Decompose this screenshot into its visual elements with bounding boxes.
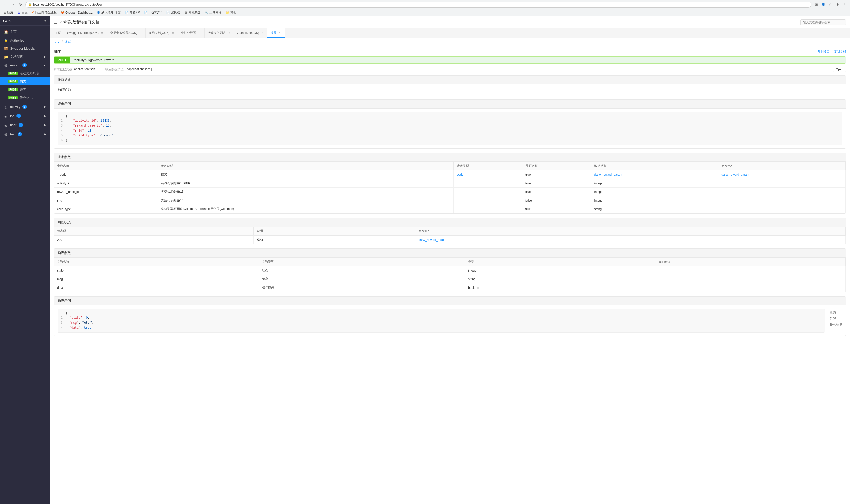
tab-home-label: 主页 bbox=[55, 31, 61, 35]
internal-icon: 🖥 bbox=[184, 11, 187, 15]
menu-button[interactable]: ⋮ bbox=[842, 2, 848, 7]
bookmark-paofloor-label: 炮闯楼 bbox=[171, 11, 180, 15]
bookmark-paofloor[interactable]: 📄 炮闯楼 bbox=[165, 10, 182, 15]
param-reward-base-id-desc: 奖项id,示例值(13) bbox=[158, 187, 453, 196]
extensions-button[interactable]: ⊞ bbox=[813, 2, 819, 7]
bookmark-topic2[interactable]: 📄 专题2.0 bbox=[123, 10, 142, 15]
sidebar-group-user-header[interactable]: ◎ user 7 ▶ bbox=[0, 121, 50, 129]
swagger-models-icon: 📦 bbox=[3, 47, 8, 51]
resp-type-value: [ "application/json" ] bbox=[126, 68, 152, 72]
response-code-block: 1{ 2 "state": 0, 3 "msg": "成功", 4 "data"… bbox=[57, 308, 825, 332]
tab-activity-list[interactable]: 活动实例列表 × bbox=[205, 29, 234, 37]
forward-button[interactable]: → bbox=[10, 2, 16, 7]
reload-button[interactable]: ↻ bbox=[18, 2, 23, 7]
browser-actions: ⊞ 👤 ☆ ⚙ ⋮ bbox=[813, 2, 848, 7]
settings-button[interactable]: ⚙ bbox=[835, 2, 840, 7]
tab-global-params[interactable]: 全局参数设置(GOK) × bbox=[107, 29, 146, 37]
schema-link-1[interactable]: darw_reward_param bbox=[594, 173, 622, 177]
search-input[interactable] bbox=[800, 19, 846, 25]
tab-global-close[interactable]: × bbox=[139, 31, 142, 35]
bookmark-apps[interactable]: ⊞ 应用 bbox=[2, 10, 15, 15]
reward-chevron: ▲ bbox=[44, 64, 46, 67]
meta-row: 请求数据类型 application/json 响应数据类型 [ "applic… bbox=[54, 67, 846, 72]
interface-desc-section: 接口描述 抽取奖励 bbox=[54, 75, 846, 95]
tab-offline-close[interactable]: × bbox=[171, 31, 175, 35]
code-line-6: 6} bbox=[61, 138, 839, 143]
resp-msg-type: string bbox=[465, 275, 656, 284]
bookmark-baidu[interactable]: 百 百度 bbox=[16, 10, 29, 16]
sidebar-sub-lottery[interactable]: POST 抽奖 bbox=[0, 77, 50, 86]
back-button[interactable]: ← bbox=[2, 2, 8, 7]
sub-label-3: 领奖 bbox=[19, 87, 26, 92]
response-params-section: 响应参数 参数名称 参数说明 类型 schema bbox=[54, 249, 846, 292]
user-chevron: ▶ bbox=[44, 124, 46, 127]
copy-interface-btn[interactable]: 复制接口 bbox=[817, 50, 830, 54]
table-row: state 状态 integer bbox=[54, 266, 846, 275]
resp-data-desc: 操作结果 bbox=[259, 284, 465, 292]
col-resp-name: 参数名称 bbox=[54, 257, 259, 266]
tab-authorize-close[interactable]: × bbox=[261, 31, 264, 35]
bookmark-tools[interactable]: 🔧 工具网站 bbox=[203, 10, 223, 15]
bookmark-groups[interactable]: 🦊 Groups · Dashboa... bbox=[59, 11, 94, 15]
sidebar-sub-task-mark[interactable]: POST 任务标记 bbox=[0, 93, 50, 102]
sidebar-sub-claim-reward[interactable]: POST 领奖 bbox=[0, 86, 50, 93]
address-bar[interactable]: 🔒 localhost:18002/doc.html#/GOK/reward/c… bbox=[25, 1, 812, 7]
sidebar-item-doc-management[interactable]: 📁 文档管理 ▼ bbox=[0, 53, 50, 61]
sidebar-item-home[interactable]: 🏠 主页 bbox=[0, 28, 50, 36]
reward-group-icon: ◎ bbox=[3, 63, 8, 67]
param-reward-base-id-name: reward_base_id bbox=[54, 187, 158, 196]
param-activity-id-schema bbox=[718, 179, 846, 187]
tab-activity-close[interactable]: × bbox=[227, 31, 231, 35]
param-r-id-name: r_id bbox=[54, 196, 158, 205]
bookmark-game2[interactable]: 📄 小游戏2.0 bbox=[142, 10, 164, 15]
response-params-body: 参数名称 参数说明 类型 schema state 状态 bbox=[54, 257, 846, 292]
app-container: GOK ▼ 🏠 主页 🔒 Authorize 📦 Swagger Models … bbox=[0, 16, 850, 504]
sidebar-dropdown-icon[interactable]: ▼ bbox=[44, 19, 47, 22]
copy-doc-btn[interactable]: 复制文档 bbox=[834, 50, 846, 54]
breadcrumb-item-2[interactable]: 调试 bbox=[65, 40, 71, 44]
tab-personalization[interactable]: 个性化设置 × bbox=[178, 29, 205, 37]
tab-offline-doc[interactable]: 离线文档(GOK) × bbox=[146, 29, 178, 37]
sidebar-group-log-header[interactable]: ◎ log 1 ▶ bbox=[0, 112, 50, 120]
schema-link-result[interactable]: darw_reward_result bbox=[418, 238, 445, 241]
bookmark-newuser[interactable]: 👤 新人须知·诸嚣 bbox=[95, 10, 122, 15]
expand-body-btn[interactable]: - bbox=[57, 173, 58, 177]
sidebar-doc-label: 文档管理 bbox=[10, 54, 41, 59]
resp-code-line-4: 4 "data": true bbox=[61, 325, 821, 330]
bookmark-alibaba-mail[interactable]: M 阿里邮箱企业版 bbox=[30, 10, 58, 15]
req-type-label: 请求数据类型 bbox=[54, 68, 72, 72]
sidebar-sub-activity-reward-list[interactable]: POST 活动奖励列表 bbox=[0, 69, 50, 77]
sidebar-group-activity-header[interactable]: ◎ activity 1 ▶ bbox=[0, 103, 50, 111]
profile-button[interactable]: 👤 bbox=[820, 2, 826, 7]
schema-link-2[interactable]: darw_reward_param bbox=[721, 173, 749, 177]
resp-state-name: state bbox=[54, 266, 259, 275]
col-required: 是否必须 bbox=[522, 162, 591, 170]
star-button[interactable]: ☆ bbox=[828, 2, 833, 7]
resp-state-desc: 状态 bbox=[259, 266, 465, 275]
bookmark-internal[interactable]: 🖥 内部系统 bbox=[183, 10, 202, 15]
sidebar-group-reward-header[interactable]: ◎ reward 4 ▲ bbox=[0, 61, 50, 69]
tab-authorize[interactable]: Authorize(GOK) × bbox=[234, 29, 267, 37]
sidebar-item-swagger-models[interactable]: 📦 Swagger Models bbox=[0, 44, 50, 53]
sidebar-group-test-header[interactable]: ◎ test 1 ▶ bbox=[0, 130, 50, 138]
reward-group-label: reward bbox=[10, 64, 20, 67]
sidebar-item-authorize[interactable]: 🔒 Authorize bbox=[0, 36, 50, 44]
tab-swagger-close[interactable]: × bbox=[100, 31, 104, 35]
post-badge-3: POST bbox=[8, 88, 18, 91]
open-btn[interactable]: Open bbox=[833, 67, 846, 72]
resp-state-schema bbox=[656, 266, 846, 275]
tab-lottery-close[interactable]: × bbox=[278, 31, 282, 35]
bookmark-others[interactable]: 📁 其他 bbox=[224, 10, 238, 15]
api-title-row: 抽奖 复制接口 复制文档 bbox=[54, 47, 846, 56]
tab-swagger-models[interactable]: Swagger Models(GOK) × bbox=[64, 29, 107, 37]
tab-personal-close[interactable]: × bbox=[198, 31, 201, 35]
tab-lottery[interactable]: 抽奖 × bbox=[267, 29, 285, 37]
col-status-code: 状态码 bbox=[54, 227, 254, 235]
breadcrumb-item-1[interactable]: 文义 bbox=[54, 40, 60, 44]
menu-icon[interactable]: ☰ bbox=[54, 20, 57, 24]
param-body-schema: darw_reward_param bbox=[718, 170, 846, 179]
sidebar-group-reward: ◎ reward 4 ▲ POST 活动奖励列表 POST 抽奖 POST 领奖 bbox=[0, 61, 50, 102]
tab-home[interactable]: 主页 bbox=[52, 29, 64, 37]
table-row: - body 控实 body true darw_reward_param da… bbox=[54, 170, 846, 179]
params-table: 参数名称 参数说明 请求类型 是否必须 数据类型 schema bbox=[54, 162, 846, 214]
